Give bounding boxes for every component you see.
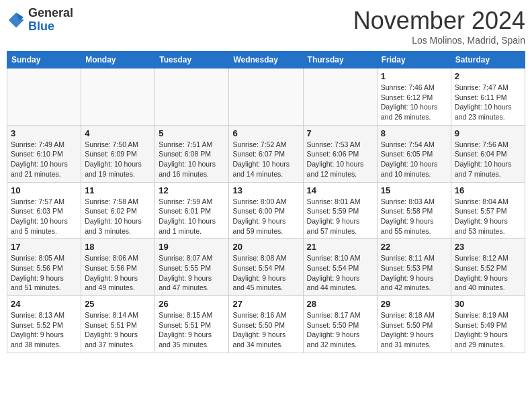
calendar-day-cell: 27Sunrise: 8:16 AM Sunset: 5:50 PM Dayli… bbox=[229, 296, 303, 353]
calendar-table: SundayMondayTuesdayWednesdayThursdayFrid… bbox=[7, 51, 525, 353]
day-number: 16 bbox=[455, 185, 521, 195]
calendar-day-cell: 4Sunrise: 7:50 AM Sunset: 6:09 PM Daylig… bbox=[81, 125, 155, 182]
day-info: Sunrise: 7:58 AM Sunset: 6:02 PM Dayligh… bbox=[85, 197, 151, 236]
calendar-day-cell: 19Sunrise: 8:07 AM Sunset: 5:55 PM Dayli… bbox=[155, 239, 229, 296]
calendar-day-cell: 28Sunrise: 8:17 AM Sunset: 5:50 PM Dayli… bbox=[303, 296, 377, 353]
calendar-day-cell: 8Sunrise: 7:54 AM Sunset: 6:05 PM Daylig… bbox=[377, 125, 451, 182]
day-info: Sunrise: 8:14 AM Sunset: 5:51 PM Dayligh… bbox=[85, 310, 151, 350]
day-info: Sunrise: 7:57 AM Sunset: 6:03 PM Dayligh… bbox=[11, 197, 77, 236]
day-info: Sunrise: 8:10 AM Sunset: 5:54 PM Dayligh… bbox=[307, 253, 373, 293]
calendar-day-cell: 7Sunrise: 7:53 AM Sunset: 6:06 PM Daylig… bbox=[303, 125, 377, 182]
day-number: 29 bbox=[381, 299, 447, 309]
day-info: Sunrise: 8:12 AM Sunset: 5:52 PM Dayligh… bbox=[455, 253, 521, 293]
day-info: Sunrise: 8:16 AM Sunset: 5:50 PM Dayligh… bbox=[232, 310, 299, 350]
weekday-header: Tuesday bbox=[155, 52, 229, 68]
day-number: 5 bbox=[159, 128, 225, 138]
day-info: Sunrise: 8:08 AM Sunset: 5:54 PM Dayligh… bbox=[232, 253, 299, 293]
calendar-day-cell: 24Sunrise: 8:13 AM Sunset: 5:52 PM Dayli… bbox=[7, 296, 81, 353]
day-number: 2 bbox=[455, 71, 521, 81]
day-info: Sunrise: 7:56 AM Sunset: 6:04 PM Dayligh… bbox=[455, 140, 521, 179]
day-info: Sunrise: 7:50 AM Sunset: 6:09 PM Dayligh… bbox=[85, 140, 151, 179]
svg-marker-0 bbox=[9, 13, 24, 28]
day-number: 8 bbox=[381, 128, 447, 138]
day-info: Sunrise: 8:04 AM Sunset: 5:57 PM Dayligh… bbox=[455, 197, 521, 236]
day-info: Sunrise: 7:49 AM Sunset: 6:10 PM Dayligh… bbox=[11, 140, 77, 179]
calendar-week-row: 3Sunrise: 7:49 AM Sunset: 6:10 PM Daylig… bbox=[7, 125, 525, 182]
calendar-day-cell: 30Sunrise: 8:19 AM Sunset: 5:49 PM Dayli… bbox=[451, 296, 525, 353]
title-block: November 2024 Los Molinos, Madrid, Spain bbox=[353, 7, 525, 46]
day-number: 23 bbox=[455, 242, 521, 252]
day-number: 17 bbox=[11, 242, 77, 252]
calendar-header-row: SundayMondayTuesdayWednesdayThursdayFrid… bbox=[7, 52, 525, 68]
day-number: 20 bbox=[232, 242, 299, 252]
day-number: 11 bbox=[85, 185, 151, 195]
day-info: Sunrise: 7:59 AM Sunset: 6:01 PM Dayligh… bbox=[159, 197, 225, 236]
day-number: 12 bbox=[159, 185, 225, 195]
logo: General Blue bbox=[7, 7, 73, 34]
weekday-header: Wednesday bbox=[229, 52, 303, 68]
calendar-day-cell: 21Sunrise: 8:10 AM Sunset: 5:54 PM Dayli… bbox=[303, 239, 377, 296]
weekday-header: Saturday bbox=[451, 52, 525, 68]
calendar-day-cell: 26Sunrise: 8:15 AM Sunset: 5:51 PM Dayli… bbox=[155, 296, 229, 353]
calendar-day-cell: 2Sunrise: 7:47 AM Sunset: 6:11 PM Daylig… bbox=[451, 68, 525, 126]
weekday-header: Sunday bbox=[7, 52, 81, 68]
day-number: 7 bbox=[307, 128, 373, 138]
calendar-day-cell bbox=[155, 68, 229, 126]
calendar-day-cell: 25Sunrise: 8:14 AM Sunset: 5:51 PM Dayli… bbox=[81, 296, 155, 353]
calendar-day-cell: 10Sunrise: 7:57 AM Sunset: 6:03 PM Dayli… bbox=[7, 182, 81, 239]
logo-general: General bbox=[28, 6, 73, 19]
calendar-day-cell bbox=[7, 68, 81, 126]
calendar-day-cell: 11Sunrise: 7:58 AM Sunset: 6:02 PM Dayli… bbox=[81, 182, 155, 239]
day-info: Sunrise: 8:15 AM Sunset: 5:51 PM Dayligh… bbox=[159, 310, 225, 350]
calendar-day-cell: 17Sunrise: 8:05 AM Sunset: 5:56 PM Dayli… bbox=[7, 239, 81, 296]
weekday-header: Friday bbox=[377, 52, 451, 68]
logo-blue: Blue bbox=[28, 19, 54, 33]
calendar-day-cell: 20Sunrise: 8:08 AM Sunset: 5:54 PM Dayli… bbox=[229, 239, 303, 296]
calendar-day-cell: 12Sunrise: 7:59 AM Sunset: 6:01 PM Dayli… bbox=[155, 182, 229, 239]
day-number: 4 bbox=[85, 128, 151, 138]
day-info: Sunrise: 7:47 AM Sunset: 6:11 PM Dayligh… bbox=[455, 83, 521, 122]
calendar-day-cell bbox=[303, 68, 377, 126]
calendar-day-cell: 6Sunrise: 7:52 AM Sunset: 6:07 PM Daylig… bbox=[229, 125, 303, 182]
day-info: Sunrise: 7:54 AM Sunset: 6:05 PM Dayligh… bbox=[381, 140, 447, 179]
day-number: 14 bbox=[307, 185, 373, 195]
day-number: 24 bbox=[11, 299, 77, 309]
day-number: 9 bbox=[455, 128, 521, 138]
calendar-day-cell: 1Sunrise: 7:46 AM Sunset: 6:12 PM Daylig… bbox=[377, 68, 451, 126]
day-info: Sunrise: 8:19 AM Sunset: 5:49 PM Dayligh… bbox=[455, 310, 521, 350]
day-info: Sunrise: 8:03 AM Sunset: 5:58 PM Dayligh… bbox=[381, 197, 447, 236]
location: Los Molinos, Madrid, Spain bbox=[353, 35, 525, 46]
logo-icon bbox=[7, 11, 26, 30]
logo-text: General Blue bbox=[28, 7, 73, 34]
calendar-day-cell: 16Sunrise: 8:04 AM Sunset: 5:57 PM Dayli… bbox=[451, 182, 525, 239]
day-number: 1 bbox=[381, 71, 447, 81]
day-info: Sunrise: 8:05 AM Sunset: 5:56 PM Dayligh… bbox=[11, 253, 77, 293]
calendar-day-cell: 9Sunrise: 7:56 AM Sunset: 6:04 PM Daylig… bbox=[451, 125, 525, 182]
calendar-day-cell: 23Sunrise: 8:12 AM Sunset: 5:52 PM Dayli… bbox=[451, 239, 525, 296]
day-number: 27 bbox=[232, 299, 299, 309]
day-number: 19 bbox=[159, 242, 225, 252]
day-number: 25 bbox=[85, 299, 151, 309]
day-number: 10 bbox=[11, 185, 77, 195]
calendar-day-cell bbox=[81, 68, 155, 126]
day-number: 28 bbox=[307, 299, 373, 309]
weekday-header: Thursday bbox=[303, 52, 377, 68]
day-info: Sunrise: 7:53 AM Sunset: 6:06 PM Dayligh… bbox=[307, 140, 373, 179]
calendar-day-cell: 3Sunrise: 7:49 AM Sunset: 6:10 PM Daylig… bbox=[7, 125, 81, 182]
day-number: 26 bbox=[159, 299, 225, 309]
day-number: 3 bbox=[11, 128, 77, 138]
calendar-week-row: 10Sunrise: 7:57 AM Sunset: 6:03 PM Dayli… bbox=[7, 182, 525, 239]
page-header: General Blue November 2024 Los Molinos, … bbox=[7, 7, 525, 46]
calendar-day-cell: 15Sunrise: 8:03 AM Sunset: 5:58 PM Dayli… bbox=[377, 182, 451, 239]
calendar-day-cell: 13Sunrise: 8:00 AM Sunset: 6:00 PM Dayli… bbox=[229, 182, 303, 239]
day-info: Sunrise: 8:00 AM Sunset: 6:00 PM Dayligh… bbox=[232, 197, 299, 236]
calendar-week-row: 1Sunrise: 7:46 AM Sunset: 6:12 PM Daylig… bbox=[7, 68, 525, 126]
day-info: Sunrise: 8:07 AM Sunset: 5:55 PM Dayligh… bbox=[159, 253, 225, 293]
day-info: Sunrise: 7:51 AM Sunset: 6:08 PM Dayligh… bbox=[159, 140, 225, 179]
day-info: Sunrise: 8:01 AM Sunset: 5:59 PM Dayligh… bbox=[307, 197, 373, 236]
day-number: 21 bbox=[307, 242, 373, 252]
day-number: 15 bbox=[381, 185, 447, 195]
calendar-day-cell: 22Sunrise: 8:11 AM Sunset: 5:53 PM Dayli… bbox=[377, 239, 451, 296]
calendar-week-row: 17Sunrise: 8:05 AM Sunset: 5:56 PM Dayli… bbox=[7, 239, 525, 296]
day-number: 18 bbox=[85, 242, 151, 252]
